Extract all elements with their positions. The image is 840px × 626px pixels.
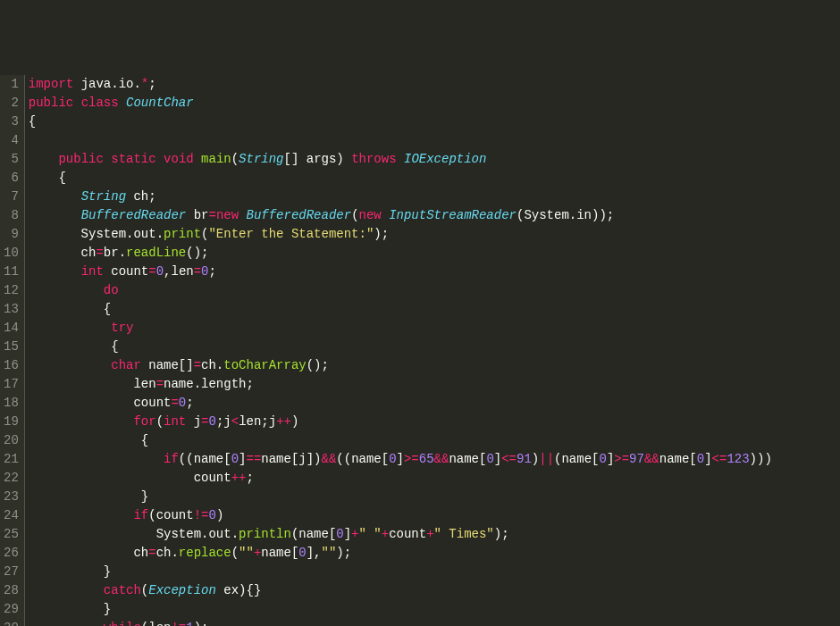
token-op: <=	[501, 452, 517, 466]
token-plain: count	[29, 471, 231, 485]
token-plain: {	[29, 302, 111, 316]
token-num: 0	[486, 452, 493, 466]
token-op: +	[426, 527, 433, 541]
token-plain: ();	[186, 246, 208, 260]
token-plain: name[]	[141, 358, 194, 372]
token-plain: ]	[397, 452, 404, 466]
token-plain	[29, 189, 81, 204]
code-line: String ch;	[29, 188, 840, 206]
token-kw: for	[133, 414, 155, 429]
token-plain	[29, 152, 59, 166]
line-number: 30	[4, 619, 19, 626]
token-num: 0	[298, 546, 306, 560]
token-plain: {	[29, 171, 66, 185]
line-number: 25	[4, 525, 19, 544]
code-line: ch=ch.replace(""+name[0],"");	[29, 544, 840, 563]
token-plain: System.out.	[29, 527, 239, 541]
code-line: {	[29, 431, 840, 450]
token-op: =	[96, 246, 103, 260]
token-op: <=	[712, 452, 727, 466]
token-plain: }	[29, 602, 111, 616]
token-op: =	[201, 414, 208, 429]
token-num: 0	[697, 452, 704, 466]
token-plain: ]	[344, 527, 351, 541]
code-line: {	[29, 169, 840, 188]
line-number: 29	[4, 600, 19, 619]
token-plain: br.	[104, 246, 126, 260]
line-number: 3	[4, 113, 19, 131]
line-number: 9	[4, 225, 19, 244]
token-op: !=	[171, 621, 186, 626]
token-plain	[29, 414, 134, 429]
token-num: 97	[629, 452, 644, 466]
token-kw: while	[104, 621, 141, 626]
token-plain: ch	[29, 546, 148, 560]
token-plain: ;	[148, 77, 155, 91]
token-num: 0	[208, 508, 215, 522]
token-fn: readLine	[126, 246, 186, 260]
token-str: "Enter the Statement:"	[208, 227, 374, 241]
token-plain: );	[374, 227, 389, 241]
token-op: <	[231, 414, 239, 429]
token-plain	[29, 264, 81, 279]
token-op: ==	[246, 452, 261, 466]
token-plain: ;	[246, 471, 253, 485]
token-plain: );	[194, 621, 209, 626]
line-number: 10	[4, 244, 19, 263]
token-op: ++	[231, 471, 247, 485]
token-kw: throws	[351, 152, 396, 166]
code-line: catch(Exception ex){}	[29, 581, 840, 600]
token-num: 0	[336, 527, 343, 541]
line-number: 8	[4, 206, 19, 225]
token-plain: )	[291, 414, 298, 429]
line-number: 5	[4, 150, 19, 169]
token-kw: class	[81, 96, 119, 110]
token-plain: ]	[704, 452, 711, 466]
token-type: Exception	[148, 583, 216, 597]
token-plain: (System.in));	[517, 208, 614, 222]
token-plain	[239, 208, 246, 222]
token-plain	[156, 152, 164, 166]
code-line: BufferedReader br=new BufferedReader(new…	[29, 206, 840, 225]
token-fn: replace	[179, 546, 231, 560]
line-number: 16	[4, 356, 19, 375]
token-fn: main	[201, 152, 231, 166]
token-plain	[73, 96, 80, 110]
line-number: 1	[4, 75, 19, 94]
token-op: ++	[276, 414, 291, 429]
token-num: 65	[419, 452, 434, 466]
token-plain: count	[389, 527, 426, 541]
line-number: 17	[4, 375, 19, 394]
token-kw: do	[104, 283, 119, 297]
token-plain: (	[156, 414, 164, 429]
token-num: 91	[517, 452, 532, 466]
line-number-gutter: 1234567891011121314151617181920212223242…	[0, 75, 25, 626]
token-type: IOException	[404, 152, 486, 166]
token-plain: {	[29, 433, 148, 447]
token-kw: import	[29, 77, 73, 91]
code-line: {	[29, 338, 840, 356]
token-num: 0	[179, 396, 186, 410]
token-op: &&	[434, 452, 449, 466]
code-line: int count=0,len=0;	[29, 263, 840, 281]
token-num: 0	[209, 414, 216, 429]
code-line: do	[29, 281, 840, 300]
token-plain: );	[336, 546, 351, 560]
code-line: public static void main(String[] args) t…	[29, 150, 840, 169]
token-kw: char	[111, 358, 141, 372]
code-line: if((name[0]==name[j])&&((name[0]>=65&&na…	[29, 450, 840, 469]
token-plain: ;	[209, 264, 216, 279]
token-op: >=	[404, 452, 419, 466]
line-number: 22	[4, 469, 19, 488]
token-plain: ((name[	[336, 452, 389, 466]
token-op: =	[208, 208, 215, 222]
token-op: &&	[322, 452, 337, 466]
token-fn: toCharArray	[223, 358, 306, 372]
token-plain: (len	[141, 621, 172, 626]
token-str: ""	[322, 546, 337, 560]
token-plain: ;	[186, 396, 193, 410]
token-op: *	[141, 77, 148, 91]
token-plain: ,len	[164, 264, 194, 279]
token-kw: if	[164, 452, 179, 466]
token-type: String	[81, 189, 126, 204]
